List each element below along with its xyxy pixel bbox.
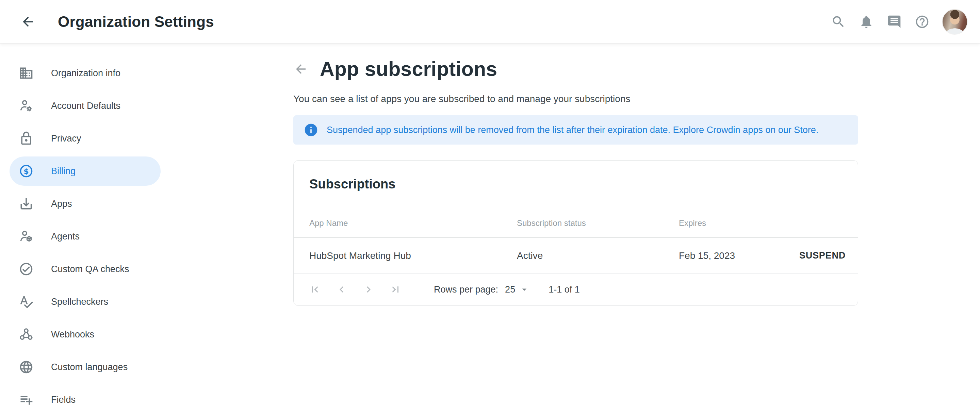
sidebar-item-label: Fields	[51, 394, 76, 405]
sidebar-item-agents[interactable]: Agents	[10, 222, 161, 251]
column-header-subscription-status: Subscription status	[517, 218, 679, 228]
previous-page-icon[interactable]	[334, 281, 350, 297]
rows-per-page-value[interactable]: 25	[505, 285, 515, 295]
page-title: Organization Settings	[58, 13, 214, 30]
settings-sidebar: Organization info Account Defaults Priva…	[0, 43, 170, 415]
sidebar-item-label: Apps	[51, 199, 72, 209]
sidebar-item-label: Agents	[51, 231, 80, 242]
sidebar-item-privacy[interactable]: Privacy	[10, 124, 161, 153]
search-icon[interactable]	[830, 14, 846, 30]
sidebar-item-label: Account Defaults	[51, 101, 121, 111]
pagination-range: 1-1 of 1	[549, 285, 580, 295]
dollar-circle-icon: $	[19, 164, 34, 178]
column-header-expires: Expires	[679, 218, 846, 228]
sidebar-item-label: Billing	[51, 166, 76, 176]
sidebar-item-apps[interactable]: Apps	[10, 189, 161, 218]
sidebar-item-webhooks[interactable]: Webhooks	[10, 320, 161, 349]
last-page-icon[interactable]	[387, 281, 404, 297]
help-icon[interactable]	[914, 14, 930, 30]
sidebar-item-label: Webhooks	[51, 329, 94, 340]
sidebar-item-custom-qa-checks[interactable]: Custom QA checks	[10, 254, 161, 284]
table-row: HubSpot Marketing Hub Active Feb 15, 202…	[294, 238, 858, 273]
back-icon[interactable]	[20, 14, 36, 30]
rows-per-page-label: Rows per page:	[434, 285, 498, 295]
notifications-bell-icon[interactable]	[858, 14, 875, 30]
back-icon[interactable]	[293, 62, 308, 76]
webhook-icon	[19, 327, 34, 342]
svg-text:$: $	[24, 167, 29, 175]
arrow-drop-down-icon[interactable]	[519, 285, 530, 294]
download-icon	[19, 196, 34, 211]
cell-app-name: HubSpot Marketing Hub	[309, 250, 517, 261]
building-icon	[19, 66, 34, 81]
sidebar-item-fields[interactable]: Fields	[10, 385, 161, 414]
sidebar-item-custom-languages[interactable]: Custom languages	[10, 352, 161, 382]
suspend-button[interactable]: SUSPEND	[799, 250, 846, 261]
sidebar-item-label: Spellcheckers	[51, 297, 108, 307]
cell-subscription-status: Active	[517, 250, 679, 261]
sidebar-item-organization-info[interactable]: Organization info	[10, 59, 161, 88]
check-circle-icon	[19, 262, 34, 277]
sidebar-item-label: Custom QA checks	[51, 264, 129, 275]
page-head: App subscriptions	[293, 57, 858, 81]
column-header-app-name: App Name	[309, 218, 517, 228]
info-banner-text[interactable]: Suspended app subscriptions will be remo…	[327, 125, 818, 135]
sidebar-item-spellcheckers[interactable]: Spellcheckers	[10, 287, 161, 316]
subscriptions-card: Subscriptions App Name Subscription stat…	[293, 160, 858, 306]
card-title: Subscriptions	[309, 177, 395, 191]
first-page-icon[interactable]	[307, 281, 323, 297]
sidebar-item-label: Organization info	[51, 68, 121, 79]
sidebar-item-label: Custom languages	[51, 362, 127, 372]
appbar-actions	[830, 9, 968, 35]
info-icon	[304, 122, 318, 137]
next-page-icon[interactable]	[360, 281, 377, 297]
info-banner: Suspended app subscriptions will be remo…	[293, 115, 858, 145]
playlist-add-icon	[19, 392, 34, 407]
section-subtitle: You can see a list of apps you are subsc…	[293, 94, 858, 105]
page-layout: Organization info Account Defaults Priva…	[0, 43, 980, 415]
table-header-row: App Name Subscription status Expires	[294, 216, 858, 231]
user-avatar[interactable]	[942, 9, 968, 35]
user-cube-icon	[19, 229, 34, 244]
cell-expires: Feb 15, 2023	[679, 250, 799, 261]
messages-icon[interactable]	[886, 14, 902, 30]
section-title: App subscriptions	[320, 57, 497, 81]
top-app-bar: Organization Settings	[0, 0, 980, 43]
globe-icon	[19, 359, 34, 375]
pagination-bar: Rows per page: 25 1-1 of 1	[294, 273, 858, 305]
sidebar-item-account-defaults[interactable]: Account Defaults	[10, 91, 161, 121]
sidebar-item-label: Privacy	[51, 134, 81, 144]
lock-icon	[19, 131, 34, 146]
user-gear-icon	[19, 98, 34, 113]
sidebar-item-billing[interactable]: $ Billing	[10, 156, 161, 186]
spellcheck-icon	[19, 294, 34, 309]
main-content: App subscriptions You can see a list of …	[293, 43, 858, 415]
